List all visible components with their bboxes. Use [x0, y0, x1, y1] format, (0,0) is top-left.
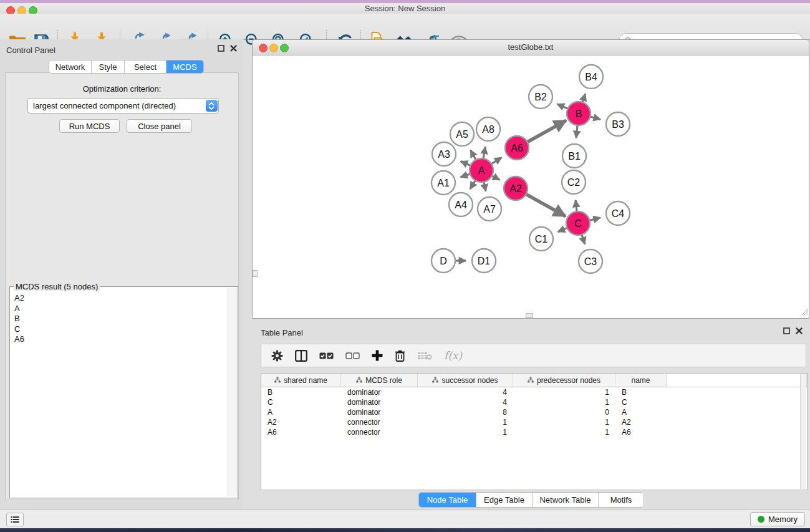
node-C[interactable]: C: [566, 211, 590, 235]
memory-button[interactable]: Memory: [750, 512, 805, 526]
show-columns-button[interactable]: [295, 350, 307, 362]
tab-node-table[interactable]: Node Table: [419, 493, 476, 507]
horizontal-scrollbar-thumb[interactable]: [526, 313, 533, 318]
node-A6[interactable]: A6: [505, 136, 529, 160]
table-cell[interactable]: dominator: [341, 408, 418, 417]
optimization-criterion-label: Optimization criterion:: [6, 84, 238, 94]
node-C1[interactable]: C1: [529, 227, 553, 251]
create-column-button[interactable]: [372, 350, 383, 361]
table-cell[interactable]: connector: [341, 418, 418, 427]
table-cell[interactable]: B: [615, 388, 667, 397]
table-row[interactable]: Adominator80A: [261, 407, 807, 417]
table-cell[interactable]: 1: [418, 418, 513, 427]
node-B3[interactable]: B3: [606, 112, 630, 136]
table-cell[interactable]: 8: [418, 408, 513, 417]
tab-style[interactable]: Style: [92, 60, 125, 73]
node-A8[interactable]: A8: [476, 117, 500, 141]
table-cell[interactable]: A2: [261, 418, 341, 427]
result-scrollbar[interactable]: [228, 288, 237, 496]
column-header-successor-nodes[interactable]: successor nodes: [418, 374, 513, 387]
table-cell[interactable]: A6: [261, 428, 341, 437]
function-builder-button[interactable]: f(x): [444, 349, 462, 362]
mcds-result-item[interactable]: A6: [14, 334, 228, 345]
tab-network[interactable]: Network: [49, 60, 92, 73]
table-cell[interactable]: C: [261, 398, 341, 407]
node-B[interactable]: B: [567, 102, 591, 125]
table-cell[interactable]: connector: [341, 428, 418, 437]
network-window-titlebar[interactable]: testGlobe.txt: [253, 40, 809, 56]
float-panel-icon[interactable]: [218, 45, 224, 52]
column-header-shared-name[interactable]: shared name: [261, 374, 341, 387]
resize-grip[interactable]: [800, 306, 808, 317]
table-scrollbar[interactable]: [800, 374, 806, 489]
table-cell[interactable]: 4: [418, 388, 513, 397]
table-cell[interactable]: 1: [513, 398, 615, 407]
tab-select[interactable]: Select: [125, 60, 166, 73]
table-cell[interactable]: 1: [513, 428, 615, 437]
run-mcds-button[interactable]: Run MCDS: [59, 119, 120, 133]
mcds-result-item[interactable]: A2: [14, 293, 228, 304]
mcds-result-item[interactable]: C: [14, 324, 228, 335]
close-table-panel-icon[interactable]: [796, 327, 803, 334]
node-C4[interactable]: C4: [606, 201, 630, 225]
table-cell[interactable]: A: [615, 408, 667, 417]
node-B1[interactable]: B1: [562, 144, 586, 168]
table-cell[interactable]: A: [261, 408, 341, 417]
node-C3[interactable]: C3: [579, 249, 602, 273]
node-C2[interactable]: C2: [562, 170, 586, 194]
node-A[interactable]: A: [470, 158, 493, 182]
delete-column-button[interactable]: [395, 350, 405, 362]
vertical-scrollbar-thumb[interactable]: [253, 270, 258, 277]
table-row[interactable]: A2connector11A2: [261, 417, 807, 427]
table-row[interactable]: Cdominator41C: [261, 397, 807, 407]
table-cell[interactable]: 1: [418, 428, 513, 437]
column-header-MCDS-role[interactable]: MCDS role: [341, 374, 418, 387]
close-panel-button[interactable]: Close panel: [127, 119, 192, 133]
application-window: Session: New Session: [0, 0, 810, 532]
table-cell[interactable]: 1: [513, 388, 615, 397]
table-settings-button[interactable]: [271, 350, 283, 362]
delete-table-button[interactable]: [417, 351, 432, 360]
table-cell[interactable]: 4: [418, 398, 513, 407]
tab-motifs[interactable]: Motifs: [599, 493, 644, 507]
tab-mcds[interactable]: MCDS: [166, 60, 203, 73]
mcds-result-item[interactable]: B: [14, 314, 228, 324]
table-cell[interactable]: 0: [513, 408, 615, 417]
node-A1[interactable]: A1: [432, 171, 455, 195]
node-A7[interactable]: A7: [478, 197, 501, 221]
deselect-all-button[interactable]: [345, 352, 360, 360]
task-history-button[interactable]: [6, 513, 24, 526]
node-D[interactable]: D: [432, 249, 455, 273]
mcds-result-item[interactable]: A: [14, 304, 228, 314]
list-icon: [11, 515, 19, 524]
svg-text:C3: C3: [584, 256, 597, 267]
node-B4[interactable]: B4: [579, 65, 603, 89]
column-header-predecessor-nodes[interactable]: predecessor nodes: [513, 374, 615, 387]
table-cell[interactable]: dominator: [341, 388, 418, 397]
table-cell[interactable]: dominator: [341, 398, 418, 407]
node-A3[interactable]: A3: [432, 142, 456, 166]
table-cell[interactable]: 1: [513, 418, 615, 427]
table-cell[interactable]: C: [615, 398, 667, 407]
tab-network-table[interactable]: Network Table: [533, 493, 599, 507]
node-A2[interactable]: A2: [504, 177, 528, 200]
svg-text:B3: B3: [612, 119, 624, 130]
node-D1[interactable]: D1: [472, 249, 496, 273]
table-cell[interactable]: A2: [615, 418, 667, 427]
table-row[interactable]: Bdominator41B: [261, 387, 807, 397]
table-row[interactable]: A6connector11A6: [261, 427, 807, 437]
float-table-panel-icon[interactable]: [783, 327, 790, 334]
table-toolbar: f(x): [261, 344, 806, 367]
tab-edge-table[interactable]: Edge Table: [476, 493, 533, 507]
node-A5[interactable]: A5: [450, 122, 474, 146]
select-all-button[interactable]: [319, 352, 334, 360]
node-B2[interactable]: B2: [529, 85, 552, 109]
column-header-name[interactable]: name: [615, 374, 667, 387]
node-A4[interactable]: A4: [449, 193, 473, 216]
fx-label: f(x): [444, 349, 462, 362]
table-cell[interactable]: A6: [615, 428, 667, 437]
table-cell[interactable]: B: [261, 388, 341, 397]
network-canvas[interactable]: AA1A2A3A4A5A6A7A8BB1B2B3B4CC1C2C3C4DD1: [253, 56, 809, 318]
close-panel-icon[interactable]: [230, 45, 237, 52]
criterion-dropdown[interactable]: largest connected component (directed): [27, 98, 219, 114]
